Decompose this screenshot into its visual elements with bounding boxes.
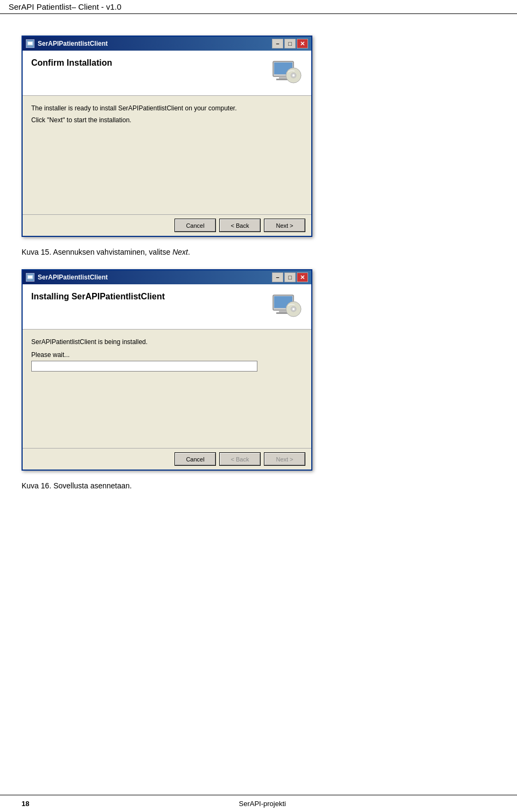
dialog1: SerAPIPatientlistClient – □ ✕ Confirm In… [22,36,312,237]
page-number: 18 [22,800,29,808]
dialog2-footer: Cancel < Back Next > [23,448,311,470]
dialog2-progress-area: Please wait... [31,351,303,372]
dialog2-next-button[interactable]: Next > [264,453,305,465]
dialog1-close-button[interactable]: ✕ [297,39,308,48]
dialog2-header-section: Installing SerAPIPatientlistClient [23,284,311,330]
dialog1-header-section: Confirm Installation [23,51,311,96]
dialog2-maximize-button[interactable]: □ [284,272,296,282]
page-header: SerAPI Patientlist– Client - v1.0 [0,0,517,14]
dialog1-minimize-button[interactable]: – [272,39,283,48]
dialog1-next-button[interactable]: Next > [264,219,305,232]
page-title: SerAPI Patientlist– Client - v1.0 [9,2,121,11]
dialog2: SerAPIPatientlistClient – □ ✕ Installing… [22,269,312,471]
dialog2-progress-bar-outer [31,361,257,372]
svg-point-9 [292,74,295,76]
dialog1-icon-area [270,58,303,88]
dialog1-back-button[interactable]: < Back [220,219,260,232]
dialog1-heading: Confirm Installation [31,58,112,68]
dialog2-content-section: SerAPIPatientlistClient is being install… [23,330,311,448]
caption2-text: . Sovellusta asennetaan. [49,481,131,490]
caption2-prefix: Kuva 16 [22,481,49,490]
svg-rect-1 [28,42,32,45]
caption1-italic: Next [172,248,188,256]
dialog2-wrapper: SerAPIPatientlistClient – □ ✕ Installing… [22,269,495,471]
dialog2-content-line1: SerAPIPatientlistClient is being install… [31,338,303,346]
dialog1-title-text: SerAPIPatientlistClient [38,40,108,47]
svg-point-19 [292,308,295,310]
dialog1-cancel-button[interactable]: Cancel [175,219,215,232]
dialog1-content-line1: The installer is ready to install SerAPI… [31,104,303,112]
dialog2-title-icon [26,273,34,282]
svg-rect-11 [28,276,32,278]
page-content: SerAPIPatientlistClient – □ ✕ Confirm In… [0,14,517,514]
dialog2-back-button[interactable]: < Back [220,453,260,465]
dialog1-content-line2: Click "Next" to start the installation. [31,116,303,124]
dialog2-titlebar: SerAPIPatientlistClient – □ ✕ [23,270,311,284]
dialog2-close-button[interactable]: ✕ [297,272,308,282]
dialog2-cancel-button[interactable]: Cancel [175,453,215,465]
dialog1-title-icon [26,39,34,48]
dialog2-titlebar-buttons: – □ ✕ [272,272,308,282]
svg-rect-2 [29,46,32,46]
caption1-text: . Asennuksen vahvistaminen, valitse [49,248,172,256]
caption2: Kuva 16. Sovellusta asennetaan. [22,481,495,490]
dialog1-titlebar-buttons: – □ ✕ [272,39,308,48]
caption1-prefix: Kuva 15 [22,248,49,256]
dialog2-minimize-button[interactable]: – [272,272,283,282]
caption1: Kuva 15. Asennuksen vahvistaminen, valit… [22,248,495,256]
dialog2-heading: Installing SerAPIPatientlistClient [31,292,165,302]
svg-rect-12 [29,279,32,280]
dialog2-titlebar-left: SerAPIPatientlistClient [26,273,108,282]
dialog1-maximize-button[interactable]: □ [284,39,296,48]
dialog2-icon-area [270,292,303,321]
caption1-suffix: . [188,248,190,256]
dialog1-footer: Cancel < Back Next > [23,214,311,236]
dialog1-wrapper: SerAPIPatientlistClient – □ ✕ Confirm In… [22,36,495,237]
footer-center-text: SerAPI-projekti [239,800,286,808]
dialog1-titlebar: SerAPIPatientlistClient – □ ✕ [23,37,311,51]
dialog2-title-text: SerAPIPatientlistClient [38,274,108,281]
dialog1-titlebar-left: SerAPIPatientlistClient [26,39,108,48]
dialog2-progress-label: Please wait... [31,351,303,359]
dialog1-content-section: The installer is ready to install SerAPI… [23,96,311,214]
page-footer: 18 SerAPI-projekti [0,795,517,812]
